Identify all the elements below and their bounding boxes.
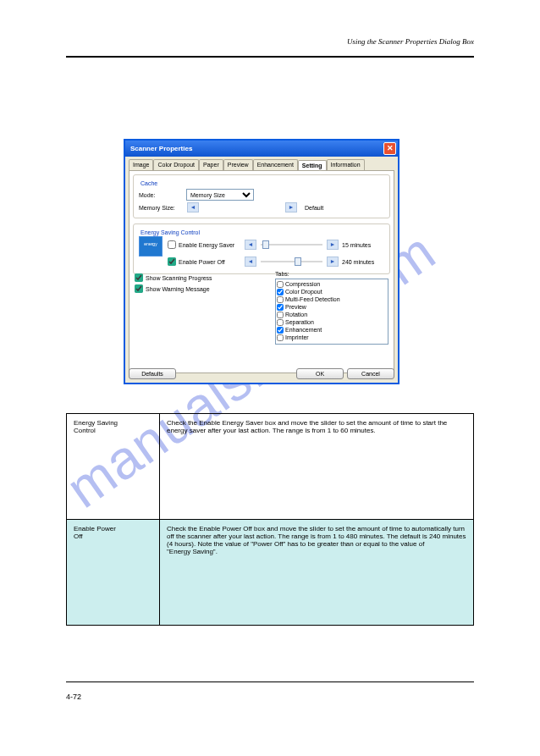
tab-paper[interactable]: Paper (199, 159, 223, 170)
tabs-item-rotation[interactable] (277, 312, 284, 318)
tabstrip: Image Color Dropout Paper Preview Enhanc… (125, 157, 398, 170)
energy-star-logo: energy (139, 236, 163, 257)
tabs-item-label: Imprinter (285, 334, 309, 341)
cell-text: Control (74, 427, 96, 434)
show-scanning-progress-checkbox[interactable] (135, 273, 143, 282)
memory-increase-button[interactable]: ► (285, 202, 297, 212)
dialog-title: Scanner Properties (130, 145, 192, 152)
tabs-item-label: Color Dropout (285, 288, 322, 295)
tabs-item-separation[interactable] (277, 319, 284, 326)
tab-body: Cache Mode: Memory Size Memory Size: ◄ ►… (129, 170, 394, 373)
cache-fieldset: Cache Mode: Memory Size Memory Size: ◄ ►… (133, 174, 390, 218)
tabs-item-label: Separation (285, 318, 314, 326)
ok-button[interactable]: OK (296, 368, 344, 379)
poweroff-decrease-button[interactable]: ◄ (245, 257, 256, 267)
cell-power-off: Enable Power Off (67, 520, 160, 626)
tabs-item-label: Enhancement (285, 326, 322, 334)
footer-rule (66, 682, 474, 682)
tabs-item-label: Preview (285, 303, 306, 311)
cell-energy-saving: Energy Saving Control (67, 414, 160, 520)
mode-label: Mode: (139, 192, 186, 198)
tabs-list[interactable]: Compression Color Dropout Multi-Feed Det… (275, 279, 388, 345)
tabs-item-multifeed[interactable] (277, 296, 284, 303)
tabs-item-preview[interactable] (277, 304, 284, 311)
tabs-item-imprinter[interactable] (277, 334, 284, 341)
titlebar: Scanner Properties ✕ (125, 141, 398, 157)
tab-image[interactable]: Image (129, 159, 153, 170)
cell-text: Check the Enable Energy Saver box and mo… (167, 419, 447, 434)
button-bar: Defaults OK Cancel (129, 368, 394, 379)
saver-value: 15 minutes (342, 242, 384, 248)
scanner-properties-dialog: Scanner Properties ✕ Image Color Dropout… (124, 139, 399, 384)
tab-information[interactable]: Information (327, 159, 365, 170)
show-scanning-progress-label: Show Scanning Progress (146, 275, 212, 281)
poweroff-value: 240 minutes (342, 259, 384, 265)
tabs-item-label: Rotation (285, 311, 307, 318)
tabs-item-label: Compression (285, 280, 320, 288)
poweroff-increase-button[interactable]: ► (327, 257, 339, 267)
close-button[interactable]: ✕ (383, 142, 396, 155)
description-table: Energy Saving Control Check the Enable E… (66, 413, 474, 626)
tabs-item-color-dropout[interactable] (277, 289, 284, 295)
show-warning-message-label: Show Warning Message (146, 286, 210, 292)
mode-combo[interactable]: Memory Size (186, 189, 254, 201)
tabs-listbox: Tabs: Compression Color Dropout Multi-Fe… (275, 271, 388, 345)
show-warning-message-checkbox[interactable] (135, 284, 143, 293)
cell-text: Enable Power (74, 525, 116, 533)
cell-text: "Energy Saving". (167, 548, 218, 555)
tab-enhancement[interactable]: Enhancement (253, 159, 298, 170)
cell-text: Energy Saving (74, 419, 118, 427)
tabs-item-compression[interactable] (277, 281, 284, 288)
tabs-item-label: Multi-Feed Detection (285, 295, 340, 303)
page-number: 4-72 (66, 693, 81, 701)
energy-legend: Energy Saving Control (139, 229, 201, 235)
saver-increase-button[interactable]: ► (327, 240, 339, 250)
cache-legend: Cache (139, 180, 159, 186)
enable-power-off-checkbox[interactable] (168, 257, 176, 266)
saver-decrease-button[interactable]: ◄ (245, 240, 256, 250)
enable-power-off-label: Enable Power Off (179, 259, 225, 265)
cancel-button[interactable]: Cancel (347, 368, 394, 379)
defaults-button[interactable]: Defaults (129, 368, 176, 379)
tab-preview[interactable]: Preview (223, 159, 253, 170)
tab-color-dropout[interactable]: Color Dropout (153, 159, 199, 170)
enable-energy-saver-checkbox[interactable] (168, 240, 176, 249)
cell-energy-saving-desc: Check the Enable Energy Saver box and mo… (160, 414, 474, 520)
poweroff-slider[interactable] (261, 261, 322, 262)
enable-energy-saver-label: Enable Energy Saver (179, 242, 234, 248)
energy-fieldset: Energy Saving Control energy Enable Ener… (133, 223, 390, 274)
page-header-text: Using the Scanner Properties Dialog Box (347, 37, 474, 46)
tabs-list-label: Tabs: (275, 271, 388, 277)
header-rule (66, 56, 474, 58)
memory-size-label: Memory Size: (139, 205, 186, 211)
default-label: Default (305, 205, 323, 211)
cell-power-off-desc: Check the Enable Power Off box and move … (160, 520, 474, 626)
cell-text: Check the Enable Power Off box and move … (167, 525, 466, 548)
memory-decrease-button[interactable]: ◄ (187, 202, 199, 212)
saver-slider[interactable] (261, 244, 322, 246)
tabs-item-enhancement[interactable] (277, 327, 284, 334)
cell-text: Off (74, 533, 83, 540)
